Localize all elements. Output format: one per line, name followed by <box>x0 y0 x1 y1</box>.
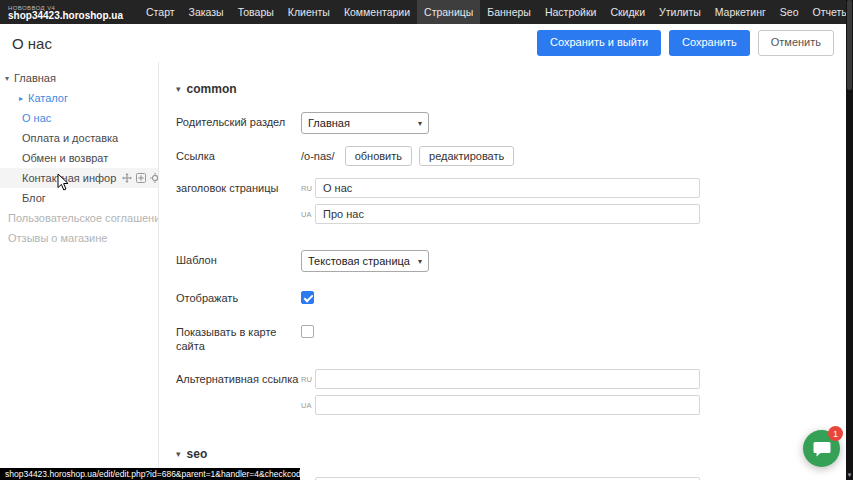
nav-item-settings[interactable]: Настройки <box>538 0 604 24</box>
lang-ua-tag: UA <box>301 210 312 219</box>
section-seo-header[interactable]: ▾ seo <box>176 447 846 461</box>
link-update-button[interactable]: обновить <box>345 146 412 166</box>
tree-label: Оплата и доставка <box>22 132 118 144</box>
link-preview-statusbar: shop34423.horoshop.ua/edit/edit.php?id=6… <box>0 468 300 480</box>
template-label: Шаблон <box>176 250 301 272</box>
chevron-down-icon: ▾ <box>418 119 422 128</box>
sidebar-item-about[interactable]: О нас <box>0 108 158 128</box>
section-common-title: common <box>187 82 237 96</box>
page-edit-form: ▾ common Родительский раздел Главная ▾ С… <box>158 62 846 480</box>
nav-item-comments[interactable]: Комментарии <box>337 0 417 24</box>
lang-ru-tag: RU <box>301 184 312 193</box>
nav-item-orders[interactable]: Заказы <box>182 0 231 24</box>
nav-item-banners[interactable]: Баннеры <box>480 0 538 24</box>
page-title-ua-input[interactable] <box>315 204 700 224</box>
link-label: Ссылка <box>176 146 301 166</box>
tree-label: Каталог <box>28 92 68 104</box>
tree-label: Контактная инфор <box>22 172 116 184</box>
tree-label: Блог <box>22 192 46 204</box>
nav-item-pages[interactable]: Страницы <box>417 0 480 24</box>
top-bar: НОВОВВОД V4 shop34423.horoshop.ua Старт … <box>0 0 846 24</box>
page-title: О нас <box>12 35 52 52</box>
sidebar-item-home[interactable]: ▾ Главная <box>0 68 158 88</box>
chevron-down-icon: ▾ <box>418 257 422 266</box>
cancel-button[interactable]: Отменить <box>758 30 834 55</box>
template-select[interactable]: Текстовая страница ▾ <box>301 250 429 272</box>
nav-item-utilities[interactable]: Утилиты <box>652 0 708 24</box>
save-button[interactable]: Сохранить <box>669 30 750 55</box>
page-header: О нас Сохранить и выйти Сохранить Отмени… <box>0 24 846 62</box>
parent-section-value: Главная <box>308 117 350 129</box>
section-seo-title: seo <box>187 447 208 461</box>
chat-icon <box>813 441 831 457</box>
page-title-ru-input[interactable] <box>315 178 700 198</box>
sidebar-item-user-agreement[interactable]: Пользовательское соглашение <box>0 208 158 228</box>
parent-section-select[interactable]: Главная ▾ <box>301 112 429 134</box>
add-page-icon[interactable] <box>136 173 146 183</box>
chevron-down-icon: ▾ <box>176 449 181 459</box>
move-icon[interactable] <box>122 173 132 183</box>
nav-item-start[interactable]: Старт <box>139 0 182 24</box>
chevron-down-icon[interactable]: ▾ <box>2 74 12 83</box>
tree-label: Главная <box>14 72 56 84</box>
save-and-exit-button[interactable]: Сохранить и выйти <box>537 30 661 55</box>
sitemap-checkbox[interactable] <box>301 325 314 338</box>
link-edit-button[interactable]: редактировать <box>419 146 514 166</box>
scrollbar-thumb[interactable] <box>847 0 852 90</box>
store-domain: shop34423.horoshop.ua <box>8 11 123 22</box>
tree-label: Отзывы о магазине <box>8 232 107 244</box>
template-value: Текстовая страница <box>308 255 410 267</box>
nav-item-marketing[interactable]: Маркетинг <box>708 0 773 24</box>
parent-section-label: Родительский раздел <box>176 112 301 134</box>
nav-item-seo[interactable]: Seo <box>773 0 806 24</box>
sidebar-item-catalog[interactable]: ▸ Каталог <box>0 88 158 108</box>
scrollbar-down-arrow[interactable]: ▼ <box>846 471 853 479</box>
alt-link-ru-input[interactable] <box>315 369 700 389</box>
sidebar-item-blog[interactable]: Блог <box>0 188 158 208</box>
display-label: Отображать <box>176 288 301 306</box>
tree-label: Пользовательское соглашение <box>8 212 166 224</box>
display-checkbox[interactable] <box>301 291 314 304</box>
sidebar-item-contact-info[interactable]: Контактная инфор <box>0 168 158 188</box>
page-title-field-label: заголовок страницы <box>176 178 301 230</box>
sitemap-label: Показывать в карте сайта <box>176 322 301 354</box>
alt-link-ua-input[interactable] <box>315 395 700 415</box>
link-value: /o-nas/ <box>301 146 335 162</box>
tree-label: Обмен и возврат <box>22 152 108 164</box>
store-brand[interactable]: НОВОВВОД V4 shop34423.horoshop.ua <box>0 3 133 22</box>
nav-item-clients[interactable]: Клиенты <box>281 0 337 24</box>
chat-widget-button[interactable]: 1 <box>803 430 840 467</box>
nav-item-discounts[interactable]: Скидки <box>603 0 652 24</box>
sidebar-item-exchange-return[interactable]: Обмен и возврат <box>0 148 158 168</box>
alt-link-label: Альтернативная ссылка <box>176 369 301 421</box>
main-nav: Старт Заказы Товары Клиенты Комментарии … <box>139 0 853 24</box>
sidebar-item-payment-delivery[interactable]: Оплата и доставка <box>0 128 158 148</box>
lang-ua-tag: UA <box>301 401 312 410</box>
chat-unread-badge: 1 <box>828 426 843 441</box>
chevron-down-icon: ▾ <box>176 84 181 94</box>
statusbar-url: shop34423.horoshop.ua/edit/edit.php?id=6… <box>5 469 300 479</box>
pages-tree-sidebar: ▾ Главная ▸ Каталог О нас Оплата и доста… <box>0 62 158 480</box>
section-common-header[interactable]: ▾ common <box>176 82 846 96</box>
nav-item-products[interactable]: Товары <box>231 0 281 24</box>
lang-ru-tag: RU <box>301 375 312 384</box>
page-scrollbar[interactable]: ▼ <box>846 0 853 480</box>
sidebar-item-store-reviews[interactable]: Отзывы о магазине <box>0 228 158 248</box>
chevron-right-icon[interactable]: ▸ <box>16 94 26 103</box>
tree-label: О нас <box>22 112 51 124</box>
